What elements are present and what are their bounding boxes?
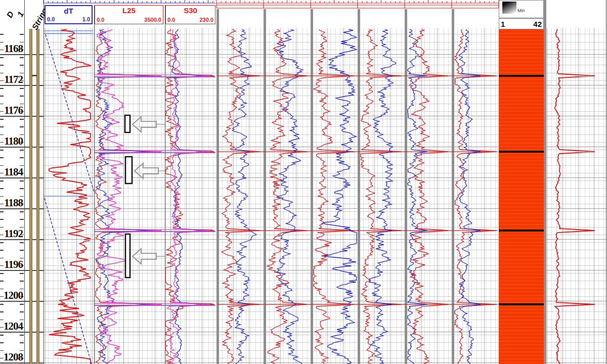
s30-scale-min: 0.0 xyxy=(167,17,175,23)
casing-string-bar-right xyxy=(36,29,39,364)
vdl-colorbar-legend[interactable]: Min xyxy=(499,0,544,18)
depth-label: 1192 xyxy=(0,228,23,239)
l25-s30-border xyxy=(165,5,165,364)
s30-scale-max: 230.0 xyxy=(199,17,213,23)
track-separator xyxy=(216,9,219,364)
dt-title: dT xyxy=(46,7,92,15)
dt-l25-border xyxy=(94,5,95,364)
depth-label: 1188 xyxy=(0,197,23,208)
depth-label: 1204 xyxy=(0,321,23,332)
depth-label: 1208 xyxy=(0,351,23,362)
collar-band xyxy=(499,151,544,153)
well-log-viewer: 1168117211761180118411881192119612001204… xyxy=(0,0,607,364)
collar-band xyxy=(499,230,544,232)
track-separator xyxy=(358,9,360,364)
depth-label: 1196 xyxy=(0,259,23,270)
vdl-min-label: Min xyxy=(517,8,525,13)
vdl-scale-row[interactable]: 1 42 xyxy=(499,18,544,29)
track-separator xyxy=(452,9,454,364)
l25-title: L25 xyxy=(95,6,163,15)
s30-title: S30 xyxy=(166,6,215,15)
depth-column-label: D xyxy=(5,10,16,20)
right-edge-border xyxy=(606,0,606,364)
vdl-scale-min: 1 xyxy=(501,20,505,28)
vdl-gradient-swatch xyxy=(502,2,516,14)
l25-scale-min: 0.0 xyxy=(97,17,104,23)
depth-label: 1168 xyxy=(0,43,23,54)
track-header-s30[interactable]: S30 0.0 230.0 xyxy=(165,5,215,24)
depth-label: 1172 xyxy=(0,74,23,85)
track-separator xyxy=(311,9,313,364)
casing-collar-mark xyxy=(32,75,37,76)
l25-scale-max: 3500.0 xyxy=(144,17,161,23)
vdl-right-separator xyxy=(544,0,546,364)
dt-scale-min: 0.0 xyxy=(47,16,55,22)
depth-label: 1184 xyxy=(0,166,23,177)
depth-label: 1180 xyxy=(0,135,23,147)
vdl-image-panel xyxy=(499,29,544,364)
track-separator xyxy=(264,9,266,364)
collar-band xyxy=(499,303,544,305)
vdl-scale-max: 42 xyxy=(533,20,542,28)
string-column-border xyxy=(44,0,44,364)
depth-column-border xyxy=(24,0,25,364)
track-header-l25[interactable]: L25 0.0 3500.0 xyxy=(95,5,163,24)
casing-string-bar-left xyxy=(29,29,32,364)
depth-label: 1200 xyxy=(0,290,23,301)
track-header-dt[interactable]: dT 0.0 1.0 xyxy=(45,5,93,24)
track-separator xyxy=(405,9,407,364)
depth-label: 1176 xyxy=(0,105,23,116)
collar-band xyxy=(499,75,544,77)
dt-scale-max: 1.0 xyxy=(82,16,90,22)
